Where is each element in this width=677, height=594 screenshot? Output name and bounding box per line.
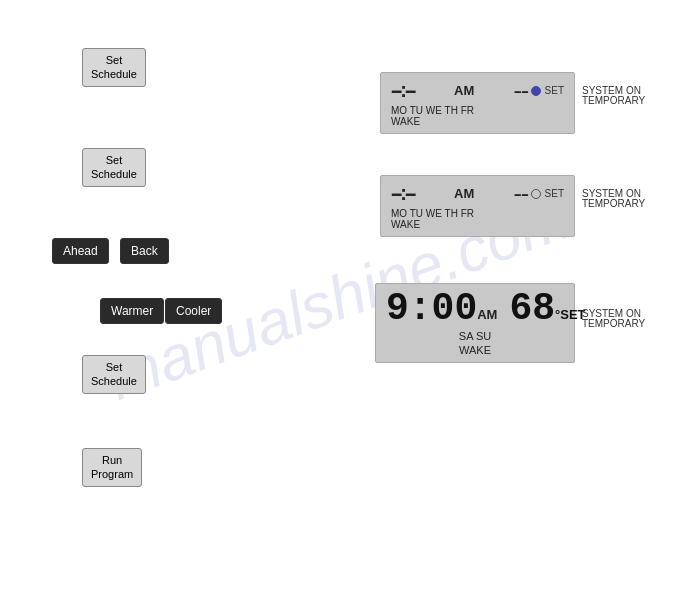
panel2-time-dashes: --:-- [391,182,414,205]
display-panel-big: 9:00 AM 68 °SET SA SU WAKE [375,283,575,363]
temporary-label-1: TEMPORARY [582,95,645,106]
panel2-days: MO TU WE TH FR [391,208,564,219]
back-button[interactable]: Back [120,238,169,264]
display-panel-1: --:-- AM -- -- SET MO TU WE TH FR WAKE [380,72,575,134]
run-program-button[interactable]: RunProgram [82,448,142,487]
panel2-mode: WAKE [391,219,564,230]
cooler-button[interactable]: Cooler [165,298,222,324]
big-mode: WAKE [386,344,564,356]
ahead-button[interactable]: Ahead [52,238,109,264]
set-schedule-button-3[interactable]: SetSchedule [82,355,146,394]
panel1-am: AM [454,83,474,98]
panel1-circle-icon [531,86,541,96]
display-panel-2: --:-- AM -- -- SET MO TU WE TH FR WAKE [380,175,575,237]
warmer-button[interactable]: Warmer [100,298,164,324]
big-days: SA SU [386,330,564,342]
panel1-days: MO TU WE TH FR [391,105,564,116]
panel1-set-label: SET [545,85,564,96]
big-time: 9:00 [386,290,477,328]
temporary-label-2: TEMPORARY [582,198,645,209]
panel1-set-dashes: -- -- [514,83,527,99]
panel2-set-label: SET [545,188,564,199]
panel2-am: AM [454,186,474,201]
big-am: AM [477,307,497,322]
big-deg-set: °SET [555,307,585,322]
panel1-mode: WAKE [391,116,564,127]
temporary-label-3: TEMPORARY [582,318,645,329]
set-schedule-button-1[interactable]: SetSchedule [82,48,146,87]
set-schedule-button-2[interactable]: SetSchedule [82,148,146,187]
big-temp: 68 [509,290,555,328]
panel1-time-dashes: --:-- [391,79,414,102]
panel2-circle-icon [531,189,541,199]
panel2-set-dashes: -- -- [514,186,527,202]
